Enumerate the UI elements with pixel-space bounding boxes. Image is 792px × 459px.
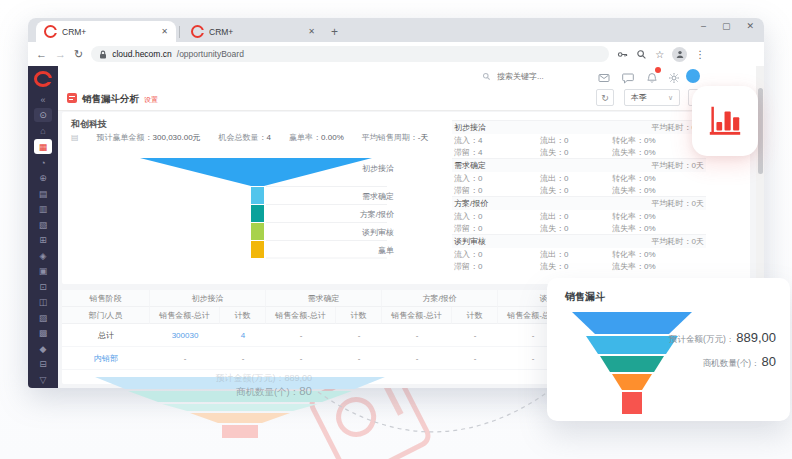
- back-button[interactable]: ←: [36, 48, 47, 60]
- app-icon-6[interactable]: ⊞: [34, 233, 52, 247]
- collapse-sidebar-icon[interactable]: «: [34, 93, 52, 107]
- stat-label: 流出：: [540, 250, 564, 259]
- stage-stat-cell: 滞留：0: [454, 223, 540, 234]
- reload-button[interactable]: ↻: [74, 48, 83, 61]
- app-icon-1[interactable]: ◔: [34, 156, 52, 170]
- summary-item: 赢单率：0.00%: [289, 132, 344, 143]
- bar-chart-icon: [706, 102, 744, 140]
- browser-tab-2[interactable]: CRM+ ✕: [183, 21, 323, 42]
- app-icon-15[interactable]: ▽: [34, 373, 52, 387]
- crm-favicon-icon: [44, 25, 57, 38]
- stat-label: 流入：: [454, 174, 478, 183]
- stage-avg-duration: 平均耗时：0天: [652, 236, 704, 247]
- search-icon: [482, 72, 491, 81]
- table-cell[interactable]: 300030: [150, 324, 220, 347]
- page-header: 销售漏斗分析 设置 ↻ 本季 ∨: [58, 86, 756, 111]
- app-icon-5[interactable]: ▧: [34, 218, 52, 232]
- stage-stat-row: 滞留：4流失：0流失率：0%: [452, 146, 706, 158]
- stat-value: 0%: [644, 148, 656, 157]
- table-row-name[interactable]: 内销部: [62, 347, 150, 370]
- table-cell[interactable]: 4: [220, 324, 266, 347]
- table-cell: -: [382, 324, 452, 347]
- funnel-stage-label: 方案/报价: [344, 209, 394, 220]
- refresh-button[interactable]: ↻: [596, 89, 614, 106]
- stat-value: 0%: [644, 212, 656, 221]
- forward-button[interactable]: →: [55, 48, 66, 60]
- stage-avg-duration: 平均耗时：0天: [652, 160, 704, 171]
- stage-stat-cell: 流出：0: [540, 135, 612, 146]
- app-icon-3[interactable]: ▤: [34, 187, 52, 201]
- maximize-button[interactable]: ▢: [722, 21, 731, 31]
- app-icon-10[interactable]: ◫: [34, 295, 52, 309]
- stat-value: 0: [564, 186, 568, 195]
- stat-value: 0%: [644, 174, 656, 183]
- search-tab-icon[interactable]: [636, 49, 647, 60]
- minimize-button[interactable]: –: [701, 21, 706, 31]
- search-input[interactable]: [495, 71, 609, 82]
- page-title-tag[interactable]: 设置: [144, 95, 158, 105]
- bookmark-star-icon[interactable]: ☆: [655, 49, 664, 60]
- browser-tab-1[interactable]: CRM+ ✕: [36, 21, 176, 42]
- app-icon-11[interactable]: ▨: [34, 311, 52, 325]
- browser-toolbar: ← → ↻ cloud.hecom.cn/opportunityBoard ☆ …: [28, 42, 764, 67]
- address-bar[interactable]: cloud.hecom.cn/opportunityBoard: [91, 46, 609, 62]
- key-icon[interactable]: [617, 49, 628, 60]
- app-icon-8[interactable]: ▣: [34, 264, 52, 278]
- tab-close-icon[interactable]: ✕: [161, 27, 168, 36]
- table-group-header: 初步接洽: [150, 290, 266, 307]
- stage-stat-header: 谈判审核平均耗时：0天: [452, 234, 706, 248]
- stage-stat-block: 谈判审核平均耗时：0天流入：0流出：0转化率：0%滞留：0流失：0流失率：0%: [452, 234, 706, 272]
- lock-icon: [99, 50, 107, 59]
- stat-label: 转化率：: [612, 212, 644, 221]
- stage-stat-cell: 流失率：0%: [612, 261, 708, 272]
- scrollbar-thumb[interactable]: [758, 88, 763, 174]
- stat-value: 0: [478, 250, 482, 259]
- table-corner-top: 销售阶段: [62, 290, 150, 307]
- summary-value: 300,030.00元: [153, 133, 201, 142]
- app-icon-13[interactable]: ◆: [34, 342, 52, 356]
- stat-label: 转化率：: [612, 174, 644, 183]
- tab-divider: [179, 26, 180, 38]
- new-tab-button[interactable]: +: [331, 25, 338, 39]
- app-icon-2[interactable]: ⊕: [34, 171, 52, 185]
- close-button[interactable]: ✕: [746, 21, 754, 31]
- browser-menu-icon[interactable]: ⋮: [695, 49, 705, 60]
- app-icon-14[interactable]: ⊟: [34, 357, 52, 371]
- funnel-board-icon[interactable]: ▦: [34, 139, 52, 154]
- period-select[interactable]: 本季 ∨: [624, 89, 680, 106]
- stat-label: 滞留：: [454, 186, 478, 195]
- stat-label: 流出：: [540, 212, 564, 221]
- card-title: 销售漏斗: [565, 290, 605, 304]
- browser-profile-avatar[interactable]: [672, 47, 687, 62]
- table-cell: -: [382, 347, 452, 370]
- stage-stat-cell: 流入：4: [454, 135, 540, 146]
- address-domain: cloud.hecom.cn: [112, 49, 172, 59]
- stage-stat-block: 方案/报价平均耗时：0天流入：0流出：0转化率：0%滞留：0流失：0流失率：0%: [452, 196, 706, 234]
- home-icon[interactable]: ⌂: [34, 124, 52, 138]
- chat-icon[interactable]: [622, 70, 634, 82]
- mail-icon[interactable]: [598, 70, 610, 82]
- stage-stat-cell: 流出：0: [540, 249, 612, 260]
- table-group-header: 需求确定: [266, 290, 382, 307]
- page-title: 销售漏斗分析: [82, 93, 139, 106]
- gear-icon[interactable]: [668, 70, 680, 82]
- app-icon-12[interactable]: ▩: [34, 326, 52, 340]
- stat-value: 0: [564, 250, 568, 259]
- stage-stat-row: 流入：0流出：0转化率：0%: [452, 210, 706, 222]
- stat-value: 0: [478, 212, 482, 221]
- table-subheader-amount: 销售金额-总计: [150, 307, 220, 324]
- stat-value: 0%: [644, 186, 656, 195]
- stage-stat-block: 需求确定平均耗时：0天流入：0流出：0转化率：0%滞留：0流失：0流失率：0%: [452, 158, 706, 196]
- app-icon-9[interactable]: ⊡: [34, 280, 52, 294]
- sidebar-search-icon[interactable]: ⊙: [34, 108, 52, 122]
- app-icon-4[interactable]: ▥: [34, 202, 52, 216]
- user-avatar[interactable]: [686, 69, 700, 83]
- stat-value: 0: [564, 136, 568, 145]
- tab-close-icon[interactable]: ✕: [308, 27, 315, 36]
- stage-stat-block: 初步接洽平均耗时：0天流入：4流出：0转化率：0%滞留：4流失：0流失率：0%: [452, 120, 706, 158]
- tab-label: CRM+: [209, 27, 303, 37]
- app-icon-7[interactable]: ◈: [34, 249, 52, 263]
- watermark-funnel-segment: [190, 413, 290, 423]
- bell-icon[interactable]: [646, 70, 658, 82]
- stage-stat-cell: 流失率：0%: [612, 185, 708, 196]
